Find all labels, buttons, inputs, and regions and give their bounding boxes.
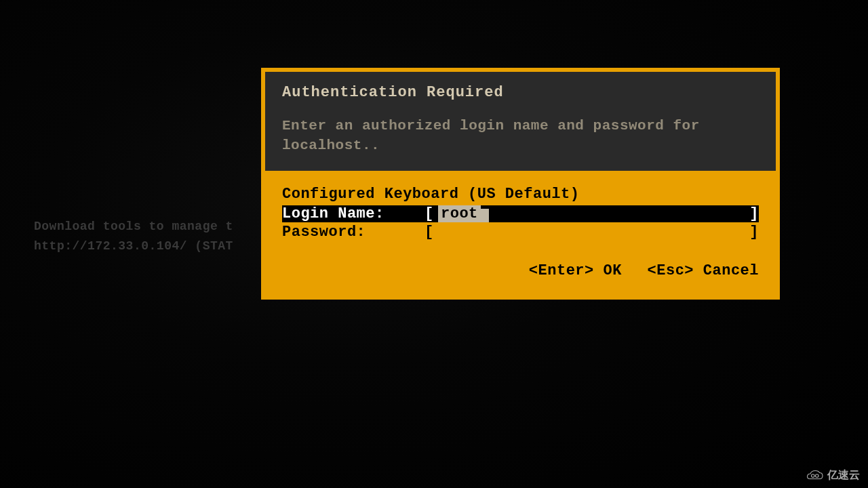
- cloud-icon: [804, 469, 825, 483]
- bg-line-1: Download tools to manage t: [34, 217, 233, 237]
- bracket-close-icon: ]: [749, 224, 759, 241]
- password-row[interactable]: Password: [ ]: [282, 224, 759, 241]
- text-cursor-icon: [481, 209, 489, 222]
- dialog-title: Authentication Required: [282, 84, 759, 101]
- login-name-row[interactable]: Login Name: [ root ]: [282, 205, 759, 222]
- login-name-label: Login Name:: [282, 205, 425, 222]
- cancel-button[interactable]: <Esc> Cancel: [648, 262, 759, 279]
- bg-line-2: http://172.33.0.104/ (STAT: [34, 237, 233, 256]
- bracket-open-icon: [: [425, 205, 434, 222]
- keyboard-config-label: Configured Keyboard (US Default): [282, 186, 759, 203]
- dialog-body: Configured Keyboard (US Default) Login N…: [265, 171, 776, 296]
- watermark-text: 亿速云: [827, 468, 860, 483]
- watermark: 亿速云: [804, 468, 860, 483]
- ok-button[interactable]: <Enter> OK: [529, 262, 622, 279]
- bracket-close-icon: ]: [749, 205, 759, 222]
- login-name-input[interactable]: root: [434, 205, 749, 222]
- auth-dialog: Authentication Required Enter an authori…: [261, 68, 780, 300]
- dialog-header: Authentication Required Enter an authori…: [265, 72, 776, 171]
- background-console-text: Download tools to manage t http://172.33…: [34, 217, 233, 256]
- dialog-subtitle: Enter an authorized login name and passw…: [282, 116, 759, 156]
- bracket-open-icon: [: [425, 224, 434, 241]
- password-label: Password:: [282, 224, 425, 241]
- login-name-value: root: [438, 205, 481, 222]
- dialog-actions: <Enter> OK <Esc> Cancel: [282, 262, 759, 279]
